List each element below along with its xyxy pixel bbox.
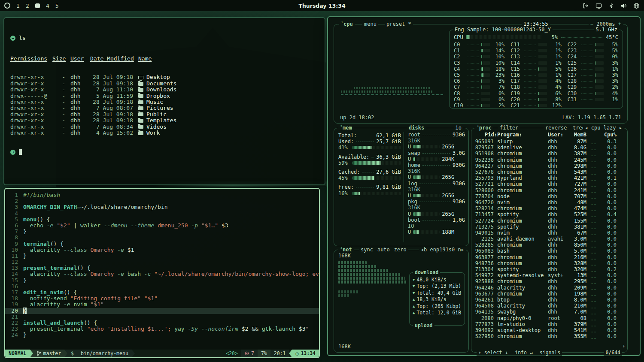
reverse-button[interactable]: reverse xyxy=(544,125,569,131)
ls-size: - xyxy=(52,74,65,80)
net-mode-auto[interactable]: auto xyxy=(377,247,390,253)
process-cpu-graph: ⣀⣀ xyxy=(586,139,600,144)
disks-panel-title[interactable]: disks xyxy=(407,125,426,131)
workspace-4[interactable]: 4 xyxy=(46,3,49,9)
process-row[interactable]: 713304spotifydhh320M⣀⣀0.2 xyxy=(475,266,625,272)
interval-control[interactable]: − 2000ms + xyxy=(589,21,623,27)
process-row[interactable]: 964227chromiumdhh298M⣀⣀0.0 xyxy=(475,163,625,169)
process-row[interactable]: 948736chromiumdhh328M⣀⣀0.0 xyxy=(475,260,625,266)
net-interface-selector[interactable]: ◂b enp191s0 n▸ xyxy=(419,247,466,253)
process-row[interactable]: 952238chromiumdhh245M⣀⣀0.0 xyxy=(475,157,625,163)
workspace-5[interactable]: 5 xyxy=(55,3,59,9)
select-keys[interactable]: ↑ select ↓ xyxy=(478,350,508,356)
logout-icon[interactable] xyxy=(583,3,589,9)
editor-window[interactable]: 1#!/bin/bash23OMARCHY_BIN_PATH=~/.local/… xyxy=(4,188,320,358)
process-row[interactable]: 951908chromiumdhh387M⣀⣀0.0 xyxy=(475,151,625,157)
clock-module[interactable]: Thursday 13:34 xyxy=(298,3,345,9)
proc-header-pid[interactable]: Pid: xyxy=(475,132,497,138)
process-name: chromium xyxy=(497,151,548,157)
line-number: 13 xyxy=(5,265,18,271)
process-name: bash xyxy=(497,248,548,254)
disk-used-label: U xyxy=(408,174,411,180)
core-name: C24 xyxy=(568,54,579,60)
workspace-1[interactable]: 1 xyxy=(16,3,20,9)
process-row[interactable]: 963877chromiumdhh216M⣀⣀0.0 xyxy=(475,254,625,260)
mem-panel-title[interactable]: ²mem xyxy=(338,125,354,131)
process-row[interactable]: 965083bashdhh5.0M⣀⣀0.0 xyxy=(475,248,625,254)
process-row[interactable]: 965091slurpdhh87M⣀⣀0.3 xyxy=(475,139,625,145)
process-row[interactable]: 527950chromiumdhh355M⣀⣀0.0 xyxy=(475,333,625,339)
diagnostic-error-icon xyxy=(245,351,249,356)
menu-button[interactable]: menu xyxy=(362,21,378,27)
process-pid: 527678 xyxy=(475,169,497,175)
cpu-panel-title[interactable]: ¹cpu xyxy=(339,21,355,27)
volume-icon[interactable] xyxy=(620,3,627,9)
terminal-window-ls[interactable]: → ls Permissions Size User Date Modified… xyxy=(3,17,325,185)
net-panel-title[interactable]: ³net xyxy=(338,247,354,253)
process-row[interactable]: 777873lm-studiodhh379M⣀⣀0.0 xyxy=(475,321,625,327)
interval-plus[interactable]: + xyxy=(618,21,621,27)
scroll-down-indicator[interactable]: ↓ xyxy=(622,343,625,349)
leader xyxy=(581,75,592,75)
proc-header-program[interactable]: Program: xyxy=(497,132,548,138)
process-row[interactable]: 964135swaybgdhh7.0M⣀⣀0.0 xyxy=(475,309,625,315)
process-row[interactable]: 528214chromiumdhh474M⣀⣀0.0 xyxy=(475,205,625,211)
ls-row: drwxr-xr-x-dhh28 Jul 09:18Templates xyxy=(10,118,319,124)
process-row[interactable]: 963677chromiumdhh198M⣀⣀0.0 xyxy=(475,291,625,297)
process-row[interactable]: 949015nvimdhh67M⣀⣀0.0 xyxy=(475,230,625,236)
process-row[interactable]: 2125avahi-daemonavahi3.0M⣀⣀0.0 xyxy=(475,236,625,242)
omarchy-logo-icon[interactable] xyxy=(4,3,10,9)
signals-key[interactable]: signals xyxy=(540,350,560,356)
core-meter xyxy=(595,98,604,101)
code-line: 5menu() { xyxy=(5,217,319,223)
ls-permissions: drwxr-xr-x xyxy=(10,124,47,130)
io-toggle[interactable]: io xyxy=(454,125,463,131)
process-row[interactable]: 2080napi/phy0-0root0B⣀⣀0.0 xyxy=(475,315,625,321)
proc-header-cpu[interactable]: Cpu% xyxy=(600,132,617,138)
proc-header-mem[interactable]: MemB xyxy=(568,132,586,138)
process-row[interactable]: 964246alacrittydhh209M⣀⣀0.0 xyxy=(475,285,625,291)
leader xyxy=(419,183,450,184)
proc-panel-title[interactable]: ⁴proc xyxy=(475,125,493,131)
process-row[interactable]: 527724chromiumdhh155M⣀⣀0.0 xyxy=(475,217,625,223)
process-row[interactable]: 964508alacrittydhh210M⣀⣀0.0 xyxy=(475,303,625,309)
process-row[interactable]: 879567kdenlivedhh8.0G⣀⣀0.0 xyxy=(475,145,625,151)
process-row[interactable]: 713457spotifydhh525M⣀⣀0.4 xyxy=(475,211,625,217)
process-row[interactable]: 778704nodedhh707M⣀⣀0.0 xyxy=(475,193,625,199)
ls-header-row: Permissions Size User Date Modified Name xyxy=(10,56,319,62)
process-row[interactable]: 528600chromiumdhh241M⣀⣀0.0 xyxy=(475,187,625,193)
btop-window[interactable]: ¹cpu menu preset * 13:34:55 − 2000ms + E… xyxy=(327,16,641,356)
process-row[interactable]: 925888chromiumdhh295M⣀⣀0.0 xyxy=(475,278,625,284)
top-bar: 1245 Thursday 13:34 xyxy=(0,0,644,11)
workspace-2[interactable]: 2 xyxy=(26,3,29,9)
process-row[interactable]: 964261btopdhh8.0M⣀⣀0.0 xyxy=(475,297,625,303)
disk-name: root xyxy=(408,132,420,138)
net-mode-sync[interactable]: sync xyxy=(361,247,373,253)
process-row[interactable]: 527678chromiumdhh543M⣀⣀0.0 xyxy=(475,169,625,175)
process-row[interactable]: 549972systemd-resolvesyst+13M⣀⣀0.0 xyxy=(475,272,625,278)
process-pid: 713275 xyxy=(475,224,497,230)
bluetooth-icon[interactable] xyxy=(608,3,614,9)
net-mode-zero[interactable]: zero xyxy=(394,247,407,253)
process-mem: 216M xyxy=(568,254,586,260)
preset-button[interactable]: preset * xyxy=(385,21,413,27)
filter-button[interactable]: filter xyxy=(498,125,520,131)
globe-icon[interactable] xyxy=(633,3,640,9)
process-row[interactable]: 964720nvimdhh48M⣀⣀0.0 xyxy=(475,199,625,205)
process-cpu-graph: ⣀⣀ xyxy=(586,218,600,223)
ls-permissions: drwxr-xr-x xyxy=(10,112,47,118)
interval-minus[interactable]: − xyxy=(590,21,593,27)
process-row[interactable]: 255793Hyprlanddhh421M⣀⣀0.1 xyxy=(475,175,625,181)
screen-share-icon[interactable] xyxy=(595,3,602,9)
proc-header-user[interactable]: User: xyxy=(548,132,568,138)
process-row[interactable]: 528285chromiumdhh850M⣀⣀0.0 xyxy=(475,242,625,248)
workspace-3-active[interactable] xyxy=(35,3,40,8)
mem-percent: 45% xyxy=(338,175,350,181)
process-row[interactable]: 394092signal-desktopdhh541M⣀⣀0.0 xyxy=(475,327,625,333)
sort-selector[interactable]: ◂ cpu lazy ▸ xyxy=(583,125,624,131)
info-key[interactable]: info ↵ xyxy=(515,350,533,356)
process-row[interactable]: 713275spotifydhh381M⣀⣀0.0 xyxy=(475,224,625,230)
ls-user: dhh xyxy=(70,118,85,124)
process-row[interactable]: 527721chromiumdhh727M⣀⣀0.0 xyxy=(475,181,625,187)
process-cpu: 0.2 xyxy=(600,266,617,272)
